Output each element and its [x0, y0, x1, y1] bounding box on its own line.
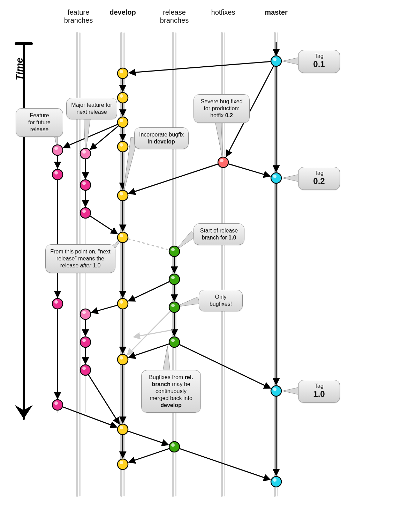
commit-node [271, 386, 281, 396]
svg-line-33 [91, 126, 118, 149]
svg-point-88 [52, 298, 63, 309]
svg-point-67 [120, 94, 123, 98]
svg-point-94 [80, 180, 91, 190]
svg-point-64 [118, 68, 128, 79]
svg-point-58 [271, 173, 281, 183]
svg-point-112 [169, 337, 180, 347]
svg-line-53 [129, 449, 169, 462]
svg-point-72 [118, 190, 128, 201]
svg-point-61 [273, 387, 277, 391]
commit-node [169, 442, 180, 452]
svg-line-37 [92, 305, 117, 312]
svg-point-86 [52, 169, 63, 180]
svg-point-92 [80, 148, 91, 159]
callout-bugfixes_from: Bugfixes from rel. branch may be continu… [141, 370, 201, 413]
column-header-master: master [248, 8, 304, 16]
svg-point-83 [120, 461, 123, 464]
svg-point-71 [120, 143, 123, 147]
commit-node [118, 232, 128, 243]
column-header-develop: develop [95, 8, 151, 16]
commit-node [271, 476, 281, 487]
svg-point-105 [220, 159, 224, 162]
svg-point-59 [273, 175, 277, 178]
svg-point-96 [80, 208, 91, 218]
callout-severe_bug: Severe bug fixed for production: hotfix … [194, 94, 250, 123]
svg-point-57 [273, 58, 277, 61]
callout-from_this_point: From this point on, “next release” means… [45, 244, 115, 273]
commit-node [118, 298, 128, 309]
svg-point-65 [120, 70, 123, 73]
svg-line-32 [63, 407, 116, 427]
commit-node [52, 298, 63, 309]
svg-point-115 [171, 443, 175, 447]
svg-point-114 [169, 442, 180, 452]
svg-point-113 [171, 339, 175, 342]
svg-point-107 [171, 248, 175, 251]
svg-point-99 [82, 311, 86, 314]
svg-point-73 [120, 192, 123, 195]
svg-line-42 [228, 164, 269, 176]
svg-point-63 [273, 478, 277, 482]
svg-point-68 [118, 117, 128, 127]
commit-node [118, 459, 128, 470]
svg-point-81 [120, 426, 123, 429]
svg-point-91 [54, 401, 58, 405]
callout-only_bugfixes: Only bugfixes! [199, 290, 243, 311]
svg-point-98 [80, 309, 91, 319]
svg-line-52 [128, 431, 168, 444]
tag-callout: Tag0.1 [298, 50, 340, 73]
svg-point-77 [120, 300, 123, 304]
svg-point-80 [118, 424, 128, 435]
commit-node [80, 337, 91, 347]
commit-node [118, 68, 128, 79]
svg-point-95 [82, 182, 86, 185]
commit-node [118, 117, 128, 127]
svg-point-60 [271, 386, 281, 396]
svg-point-84 [52, 145, 63, 155]
svg-point-62 [271, 476, 281, 487]
svg-line-44 [128, 239, 167, 250]
svg-point-97 [82, 209, 86, 213]
svg-point-76 [118, 298, 128, 309]
svg-point-100 [80, 337, 91, 347]
commit-node [52, 400, 63, 410]
svg-point-109 [171, 276, 175, 279]
svg-point-69 [120, 119, 123, 122]
callout-major_feature: Major feature for next release [66, 98, 117, 119]
svg-line-48 [129, 282, 169, 301]
svg-line-15 [130, 61, 271, 73]
tag-callout: Tag0.2 [298, 167, 340, 190]
svg-point-82 [118, 459, 128, 470]
svg-line-40 [89, 375, 119, 424]
commit-node [218, 157, 228, 168]
commit-node [271, 173, 281, 183]
svg-line-50 [129, 344, 169, 357]
svg-point-106 [169, 246, 180, 257]
commit-node [169, 337, 180, 347]
svg-point-85 [54, 147, 58, 150]
commit-node [169, 274, 180, 285]
commit-node [80, 309, 91, 319]
svg-line-28 [64, 124, 118, 147]
svg-point-78 [118, 354, 128, 365]
svg-point-87 [54, 171, 58, 175]
commit-node [118, 190, 128, 201]
callout-feature_future: Feature for future release [16, 108, 63, 137]
svg-point-79 [120, 356, 123, 360]
svg-point-90 [52, 400, 63, 410]
svg-point-75 [120, 234, 123, 237]
commit-node [80, 208, 91, 218]
svg-point-66 [118, 93, 128, 103]
column-header-hotfix: hotfixes [195, 8, 251, 16]
commit-node [118, 354, 128, 365]
commit-node [80, 148, 91, 159]
svg-line-55 [134, 330, 173, 337]
svg-point-89 [54, 300, 58, 304]
svg-point-103 [82, 367, 86, 370]
callout-start_release: Start of release branch for 1.0 [194, 223, 244, 245]
commit-node [80, 180, 91, 190]
svg-point-74 [118, 232, 128, 243]
svg-point-104 [218, 157, 228, 168]
commit-node [118, 424, 128, 435]
svg-point-102 [80, 365, 91, 375]
